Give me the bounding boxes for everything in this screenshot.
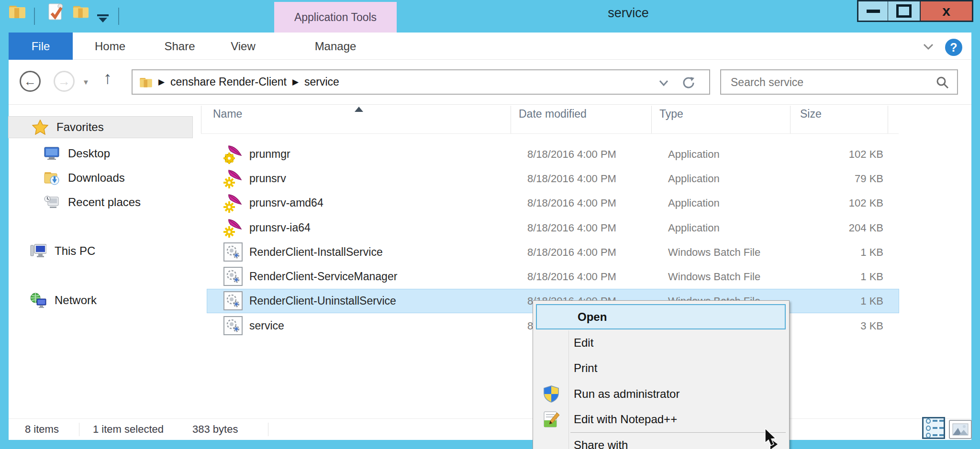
file-type: Windows Batch File: [668, 241, 760, 264]
file-name: RenderClient-UninstallService: [249, 289, 396, 313]
up-button[interactable]: ↑: [103, 68, 112, 88]
file-type: Application: [668, 167, 720, 190]
column-header-size[interactable]: Size: [800, 108, 822, 120]
menu-item-open[interactable]: Open: [536, 304, 786, 329]
sidebar-item-label: Desktop: [68, 147, 110, 160]
uac-shield-icon: [543, 385, 560, 403]
sidebar-item-label: Downloads: [68, 171, 125, 185]
file-size: 102 KB: [799, 191, 883, 215]
new-folder-icon[interactable]: [73, 4, 89, 19]
file-name: prunsrv: [249, 167, 286, 190]
file-row[interactable]: prunsrv-amd64 8/18/2016 4:00 PM Applicat…: [207, 191, 899, 215]
column-divider[interactable]: [790, 106, 791, 133]
sidebar-item-downloads[interactable]: Downloads: [43, 167, 125, 188]
address-bar[interactable]: ▶ censhare Render-Client ▶ service: [132, 69, 710, 95]
sidebar-item-network[interactable]: Network: [30, 290, 97, 311]
column-header-date-modified[interactable]: Date modified: [519, 108, 587, 120]
tab-manage[interactable]: Manage: [274, 33, 397, 60]
search-icon[interactable]: [935, 76, 949, 90]
file-size: 1 KB: [799, 265, 883, 288]
collapse-ribbon-chevron-icon[interactable]: [921, 42, 935, 52]
maximize-icon: [896, 4, 912, 18]
menu-item-share-with[interactable]: Share with: [533, 435, 789, 449]
file-row[interactable]: RenderClient-InstallService 8/18/2016 4:…: [207, 241, 899, 264]
menu-item-run-as-administrator[interactable]: Run as administrator: [533, 384, 789, 404]
file-name: service: [249, 314, 284, 338]
breadcrumb-arrow-icon: ▶: [292, 77, 299, 87]
file-row[interactable]: prunmgr 8/18/2016 4:00 PM Application 10…: [207, 142, 899, 166]
file-size: 1 KB: [799, 289, 883, 313]
sidebar-item-this-pc[interactable]: This PC: [30, 241, 95, 262]
network-icon: [30, 293, 47, 308]
file-size: 1 KB: [799, 241, 883, 264]
column-divider[interactable]: [651, 106, 652, 133]
batch-file-icon: [223, 266, 243, 286]
file-date: 8/18/2016 4:00 PM: [527, 216, 616, 240]
recent-places-icon: [43, 195, 60, 209]
notepad-plus-plus-icon: [543, 411, 560, 428]
back-button[interactable]: ←: [20, 71, 41, 92]
sort-ascending-icon: [355, 107, 363, 112]
file-type: Windows Batch File: [668, 265, 760, 288]
column-divider[interactable]: [511, 106, 511, 133]
file-row[interactable]: RenderClient-ServiceManager 8/18/2016 4:…: [207, 265, 899, 288]
search-input[interactable]: [721, 70, 937, 95]
sidebar-item-desktop[interactable]: Desktop: [43, 143, 110, 164]
menu-separator: [570, 432, 786, 433]
menu-item-edit[interactable]: Edit: [533, 333, 789, 353]
column-header-type[interactable]: Type: [659, 108, 683, 120]
explorer-window: Application Tools service x File Home Sh…: [0, 0, 980, 449]
tab-share[interactable]: Share: [147, 33, 212, 60]
breadcrumb-segment[interactable]: service: [304, 76, 339, 88]
computer-icon: [30, 244, 47, 258]
forward-button[interactable]: →: [54, 71, 75, 92]
file-date: 8/18/2016 4:00 PM: [527, 265, 616, 288]
recent-locations-dropdown-icon[interactable]: ▼: [82, 78, 89, 86]
address-folder-icon: [139, 77, 153, 88]
properties-check-icon[interactable]: [47, 3, 64, 21]
column-divider[interactable]: [888, 106, 888, 133]
maximize-button[interactable]: [888, 0, 920, 22]
menu-item-edit-with-notepad-plus-plus[interactable]: Edit with Notepad++: [533, 409, 789, 429]
menu-item-print[interactable]: Print: [533, 358, 789, 378]
help-icon[interactable]: ?: [945, 39, 962, 56]
contextual-tab-header: Application Tools: [274, 2, 397, 33]
close-button[interactable]: x: [920, 0, 973, 22]
titlebar-separator: [118, 8, 119, 25]
file-name: prunsrv-ia64: [249, 216, 311, 240]
context-menu: Open Edit Print Run as administrator: [533, 300, 790, 449]
breadcrumb-segment[interactable]: censhare Render-Client: [170, 76, 287, 88]
refresh-icon[interactable]: [681, 76, 696, 90]
search-box: [720, 69, 958, 95]
procrun-icon: [223, 193, 244, 214]
titlebar-separator: [34, 8, 35, 25]
star-icon: [32, 120, 49, 135]
sidebar-item-label: Network: [55, 294, 97, 307]
file-name: RenderClient-ServiceManager: [249, 265, 397, 288]
column-header-name[interactable]: Name: [213, 108, 242, 120]
window-title: service: [571, 6, 686, 21]
downloads-icon: [43, 171, 60, 185]
tab-home[interactable]: Home: [73, 33, 147, 60]
tab-file[interactable]: File: [9, 33, 73, 60]
batch-file-icon: [223, 242, 243, 262]
minimize-button[interactable]: [857, 0, 889, 22]
file-type: Application: [668, 216, 720, 240]
thumbnail-view-button[interactable]: [949, 420, 972, 439]
file-size: 79 KB: [799, 167, 883, 190]
file-row[interactable]: prunsrv-ia64 8/18/2016 4:00 PM Applicati…: [207, 216, 899, 240]
details-view-button[interactable]: [922, 417, 945, 439]
sidebar-item-recent-places[interactable]: Recent places: [43, 192, 141, 213]
main-content: Favorites Desktop: [9, 104, 971, 418]
sidebar-item-favorites[interactable]: Favorites: [9, 117, 192, 138]
minimize-icon: [867, 10, 880, 13]
file-row[interactable]: prunsrv 8/18/2016 4:00 PM Application 79…: [207, 167, 899, 190]
thumbnail-view-icon: [952, 423, 969, 436]
batch-file-icon: [223, 291, 243, 311]
previous-locations-chevron-icon[interactable]: [657, 79, 670, 88]
file-type: Application: [668, 142, 720, 166]
explorer-folder-icon[interactable]: [9, 4, 26, 19]
tab-view[interactable]: View: [212, 33, 274, 60]
file-size: 102 KB: [799, 142, 883, 166]
customize-quick-access-dropdown[interactable]: [97, 14, 109, 22]
